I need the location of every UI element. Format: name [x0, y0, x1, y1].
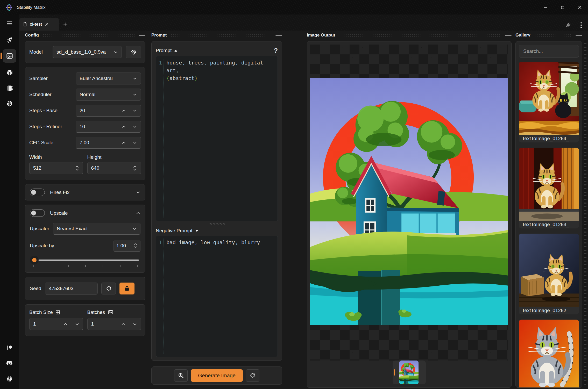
hires-fix-toggle[interactable]	[30, 189, 45, 196]
connect-plug-icon[interactable]	[565, 22, 571, 28]
selected-indicator	[394, 369, 395, 376]
model-card: Model sd_xl_base_1.0_0.9va	[25, 41, 145, 63]
generated-image[interactable]	[310, 78, 508, 325]
sidebar-item-patreon[interactable]	[3, 341, 16, 355]
image-output-panel-title: Image Output	[307, 33, 335, 38]
gallery-thumbnail-image[interactable]	[519, 234, 579, 307]
chevron-down-icon[interactable]	[133, 141, 137, 145]
discord-icon	[6, 361, 13, 366]
steps-refiner-label: Steps - Refiner	[29, 124, 73, 129]
panel-texture	[339, 34, 501, 37]
editor-splitter[interactable]	[156, 221, 278, 226]
chevron-up-icon[interactable]	[122, 109, 126, 113]
chevron-up-icon[interactable]	[122, 125, 126, 129]
close-button[interactable]	[571, 0, 588, 15]
regenerate-button[interactable]	[246, 369, 259, 382]
negative-prompt-section-header[interactable]: Negative Prompt	[156, 226, 278, 236]
cfg-scale-stepper[interactable]: 7.00	[76, 137, 141, 149]
sidebar-item-settings[interactable]	[3, 372, 16, 386]
scheduler-value: Normal	[80, 92, 133, 97]
gallery-item[interactable]: TextToImage_01264_	[519, 62, 579, 142]
batch-size-stepper[interactable]: 1	[29, 318, 83, 330]
maximize-button[interactable]	[554, 0, 571, 15]
prompt-section-header[interactable]: Prompt ?	[156, 45, 278, 56]
height-stepper[interactable]: 640	[87, 162, 141, 174]
upscale-by-stepper[interactable]: 1.00	[114, 240, 140, 252]
tab-xl-test[interactable]: xl-test	[19, 18, 59, 31]
new-tab-button[interactable]	[59, 18, 71, 31]
lock-seed-button[interactable]	[119, 283, 134, 294]
chevron-down-icon[interactable]	[136, 190, 140, 195]
prompt-help-button[interactable]: ?	[274, 47, 278, 54]
chevron-down-icon	[132, 227, 137, 231]
gallery-item[interactable]: TextToImage_01263_	[519, 148, 579, 228]
updown-icon[interactable]	[133, 165, 137, 172]
seed-input[interactable]	[45, 283, 98, 294]
randomize-seed-button[interactable]	[101, 283, 116, 294]
gallery-item[interactable]: TextToImage_01262_	[519, 234, 579, 314]
chevron-down-icon[interactable]	[75, 322, 79, 326]
batch-size-label: Batch Size	[29, 309, 53, 315]
seed-label: Seed	[30, 286, 41, 291]
width-stepper[interactable]: 512	[29, 162, 83, 174]
gallery-item[interactable]	[519, 320, 579, 388]
steps-base-stepper[interactable]: 20	[76, 105, 141, 117]
output-thumbnail-image[interactable]	[399, 361, 419, 384]
tab-label: xl-test	[30, 22, 42, 27]
sidebar-item-launch[interactable]	[3, 33, 16, 47]
prompt-editor[interactable]: 1 house, trees, painting, digital art,(a…	[156, 56, 278, 221]
hires-fix-card: Hires Fix	[25, 184, 145, 200]
gallery-thumbnail-image[interactable]	[519, 148, 579, 221]
sidebar-item-discord[interactable]	[3, 357, 16, 370]
scheduler-select[interactable]: Normal	[76, 89, 141, 100]
prompt-card: Prompt ? 1 house, trees, painting, digit…	[151, 41, 282, 361]
updown-icon[interactable]	[133, 242, 138, 249]
collapse-gallery-button[interactable]	[576, 35, 582, 36]
upscaler-select[interactable]: Nearest Exact	[53, 223, 140, 235]
gallery-thumbnail-image[interactable]	[519, 320, 579, 388]
chevron-down-icon[interactable]	[133, 109, 137, 113]
negative-prompt-editor[interactable]: 1 bad image, low quality, blurry	[156, 236, 278, 357]
hamburger-menu-button[interactable]	[3, 17, 16, 30]
updown-icon[interactable]	[75, 165, 79, 172]
output-thumbnail-item[interactable]	[393, 361, 426, 384]
slider-thumb[interactable]	[30, 256, 39, 264]
chevron-down-icon[interactable]	[133, 125, 137, 129]
steps-refiner-stepper[interactable]: 10	[76, 121, 141, 133]
app-window: Stability Matrix xl-test	[0, 0, 588, 389]
gallery-thumbnail-image[interactable]	[519, 62, 579, 135]
model-settings-button[interactable]	[126, 46, 141, 58]
collapse-config-button[interactable]	[139, 35, 145, 36]
chevron-down-icon[interactable]	[133, 322, 137, 326]
prompt-text[interactable]: house, trees, painting, digital art,(abs…	[164, 59, 278, 218]
batches-stepper[interactable]: 1	[87, 318, 141, 330]
chevron-up-icon[interactable]	[63, 322, 68, 326]
sidebar-item-inference[interactable]	[3, 49, 16, 63]
collapse-output-button[interactable]	[505, 35, 512, 36]
slider-track[interactable]	[31, 260, 139, 261]
sidebar-item-checkpoints[interactable]	[3, 97, 16, 110]
model-select[interactable]: sd_xl_base_1.0_0.9va	[53, 46, 122, 58]
gallery-scrollbar[interactable]	[584, 40, 586, 385]
kebab-menu-button[interactable]	[580, 22, 582, 28]
splitter-grip	[209, 223, 225, 225]
app-title: Stability Matrix	[17, 5, 46, 10]
sidebar-item-model-browser[interactable]	[3, 81, 16, 95]
negative-prompt-text[interactable]: bad image, low quality, blurry	[164, 239, 260, 354]
gallery-search[interactable]	[519, 45, 579, 57]
sampler-select[interactable]: Euler Ancestral	[76, 73, 141, 84]
chevron-up-icon[interactable]	[121, 322, 125, 326]
minimize-button[interactable]	[537, 0, 554, 15]
search-input[interactable]	[523, 48, 582, 54]
sidebar-item-packages[interactable]	[3, 66, 16, 79]
selected-indicator	[1, 53, 2, 59]
chevron-up-icon[interactable]	[136, 211, 140, 215]
zoom-preview-button[interactable]	[174, 369, 188, 382]
chevron-up-icon[interactable]	[122, 141, 126, 145]
upscale-slider[interactable]	[30, 255, 140, 265]
collapse-prompt-button[interactable]	[275, 35, 282, 36]
generate-image-button[interactable]: Generate Image	[191, 369, 243, 382]
tab-close-button[interactable]	[45, 22, 49, 26]
prompt-panel: Prompt Prompt ? 1 house, trees, painting…	[151, 31, 282, 385]
upscale-toggle[interactable]	[30, 209, 45, 217]
